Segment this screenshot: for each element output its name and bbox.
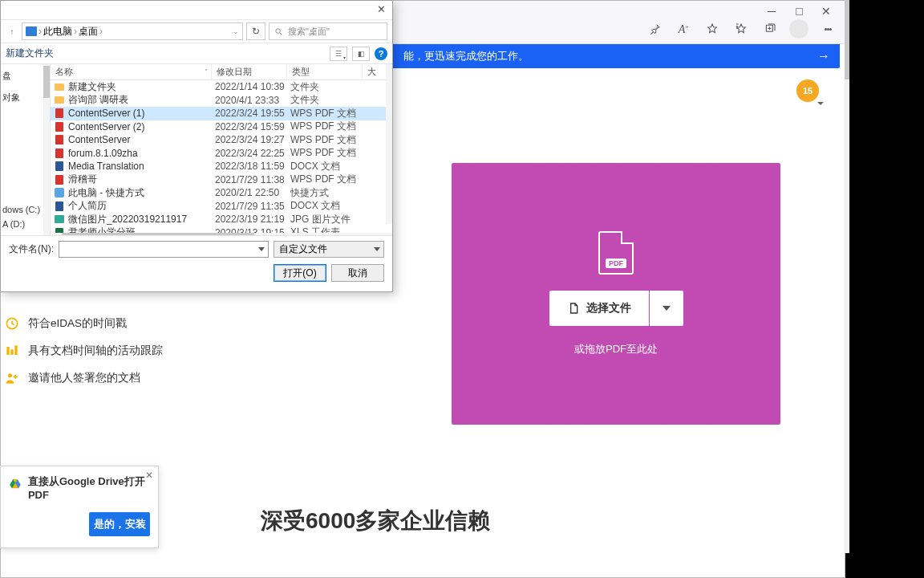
nav-up-button[interactable]: ↑ [6, 25, 18, 38]
col-date[interactable]: 修改日期 [212, 64, 287, 79]
collections-icon[interactable] [758, 17, 782, 41]
open-button[interactable]: 打开(O) [274, 264, 326, 282]
select-file-label: 选择文件 [586, 301, 631, 315]
path-folder[interactable]: 桌面 [79, 25, 98, 39]
list-headers[interactable]: 名称˄ 修改日期 类型 大 [51, 64, 392, 80]
google-drive-icon [9, 478, 22, 490]
menu-icon[interactable] [816, 17, 840, 41]
pin-icon[interactable] [642, 17, 667, 41]
file-type: WPS PDF 文档 [290, 133, 366, 147]
svg-point-5 [8, 373, 12, 377]
file-row[interactable]: 滑稽哥2021/7/29 11:38WPS PDF 文档 [51, 173, 392, 187]
help-button[interactable]: ? [375, 47, 387, 60]
file-date: 2022/3/24 22:25 [215, 148, 290, 159]
file-row[interactable]: 此电脑 - 快捷方式2020/2/1 22:50快捷方式 [51, 186, 392, 200]
sidebar-item[interactable]: dows (C:) [1, 202, 50, 217]
sort-up-icon: ˄ [205, 68, 208, 75]
file-type-icon [54, 161, 65, 172]
file-type: WPS PDF 文档 [290, 120, 366, 133]
read-aloud-icon[interactable]: A» [671, 17, 695, 41]
file-type-icon [54, 81, 65, 92]
sidebar-item[interactable]: 对象 [1, 89, 50, 106]
file-type-icon [54, 201, 65, 212]
file-type-icon [54, 121, 65, 132]
select-file-button[interactable]: 选择文件 [549, 291, 649, 326]
tracking-icon [4, 343, 20, 359]
view-mode-button[interactable]: ☰▾ [330, 47, 347, 61]
file-type: JPG 图片文件 [290, 213, 366, 226]
file-name: 新建文件夹 [68, 80, 215, 94]
file-row[interactable]: 新建文件夹2022/1/14 10:39文件夹 [51, 80, 392, 94]
svg-rect-2 [6, 347, 9, 355]
pdf-icon-label: PDF [606, 258, 626, 268]
arrow-right-icon: → [817, 49, 830, 63]
timestamp-icon [4, 315, 20, 332]
filename-label: 文件名(N): [9, 242, 54, 256]
preview-pane-button[interactable]: ◧ [352, 47, 370, 61]
svg-rect-3 [10, 349, 13, 355]
file-row[interactable]: 微信图片_202203192119172022/3/19 21:19JPG 图片… [51, 213, 392, 226]
file-type-icon [54, 148, 65, 159]
file-name: 滑稽哥 [68, 173, 215, 186]
user-badge[interactable]: 15 [796, 79, 819, 102]
popup-install-button[interactable]: 是的，安装 [89, 512, 150, 536]
select-file-dropdown-button[interactable] [650, 291, 683, 326]
search-input[interactable]: 搜索"桌面" [269, 22, 387, 40]
upload-dropzone[interactable]: PDF 选择文件 或拖放PDF至此处 [452, 163, 780, 425]
pc-icon [26, 26, 37, 36]
dialog-nav: ↑ › 此电脑 › 桌面 › ⌄ ↻ 搜索"桌面" [1, 20, 392, 43]
file-row[interactable]: Media Translation2022/3/18 11:59DOCX 文档 [51, 160, 392, 173]
pdf-file-icon: PDF [598, 231, 634, 275]
filename-input[interactable] [59, 241, 269, 258]
dialog-footer: 文件名(N): 自定义文件 打开(O) 取消 [1, 235, 392, 287]
file-date: 2020/4/1 23:33 [215, 95, 290, 106]
file-row[interactable]: 咨询部 调研表2020/4/1 23:33文件夹 [51, 94, 392, 108]
sidebar-item[interactable]: A (D:) [1, 217, 50, 231]
file-date: 2021/7/29 11:38 [215, 174, 290, 185]
col-name[interactable]: 名称 [55, 66, 73, 78]
new-folder-button[interactable]: 新建文件夹 [6, 47, 54, 60]
popup-text: 直接从Google Drive打开PDF [28, 474, 150, 501]
file-type: 文件夹 [290, 93, 366, 107]
file-name: forum.8.1.09zha [68, 148, 215, 159]
file-type-icon [54, 187, 65, 198]
refresh-button[interactable]: ↻ [246, 22, 265, 40]
list-hscrollbar[interactable]: ◀▶ [51, 233, 392, 235]
popup-close-button[interactable]: ✕ [145, 470, 153, 481]
search-placeholder: 搜索"桌面" [288, 26, 330, 38]
file-type: WPS PDF 文档 [290, 146, 366, 160]
file-name: ContentServer (2) [68, 121, 215, 132]
dialog-sidebar[interactable]: 盘 对象 dows (C:) A (D:) [1, 64, 51, 235]
dialog-toolbar: 新建文件夹 ☰▾ ◧ ? [1, 43, 392, 64]
file-row[interactable]: ContentServer (2)2022/3/24 15:59WPS PDF … [51, 120, 392, 134]
file-row[interactable]: 个人简历2021/7/29 11:35DOCX 文档 [51, 200, 392, 214]
dialog-titlebar[interactable]: ✕ [1, 1, 392, 20]
file-row[interactable]: ContentServer2022/3/24 19:27WPS PDF 文档 [51, 133, 392, 147]
svg-point-6 [276, 28, 281, 33]
file-name: 此电脑 - 快捷方式 [68, 186, 215, 200]
favorites-bar-icon[interactable] [729, 17, 753, 41]
file-date: 2022/3/24 19:55 [215, 108, 290, 119]
feature-label: 具有文档时间轴的活动跟踪 [28, 344, 163, 358]
file-name: ContentServer (1) [68, 108, 215, 119]
sidebar-item[interactable]: 盘 [1, 67, 50, 84]
file-row[interactable]: forum.8.1.09zha2022/3/24 22:25WPS PDF 文档 [51, 147, 392, 161]
path-root[interactable]: 此电脑 [43, 25, 72, 39]
file-row[interactable]: ContentServer (1)2022/3/24 19:55WPS PDF … [51, 107, 392, 120]
col-type[interactable]: 类型 [287, 64, 363, 79]
filetype-filter[interactable]: 自定义文件 [274, 241, 384, 258]
file-row[interactable]: 尹老师小学分班2020/3/13 19:15XLS 工作表 [51, 226, 392, 234]
path-breadcrumb[interactable]: › 此电脑 › 桌面 › ⌄ [22, 22, 243, 40]
profile-avatar[interactable] [787, 17, 811, 41]
file-name: 咨询部 调研表 [68, 93, 215, 107]
file-open-dialog: ✕ ↑ › 此电脑 › 桌面 › ⌄ ↻ 搜索"桌面" 新建文件夹 ☰▾ ◧ ?… [0, 0, 393, 292]
list-vscrollbar[interactable] [386, 64, 392, 224]
file-type-icon [54, 108, 65, 119]
svg-rect-4 [14, 345, 17, 355]
file-list: 名称˄ 修改日期 类型 大 新建文件夹2022/1/14 10:39文件夹咨询部… [51, 64, 392, 235]
favorite-icon[interactable] [700, 17, 724, 41]
dialog-close-button[interactable]: ✕ [373, 2, 389, 17]
sidebar-scrollbar[interactable] [43, 64, 50, 235]
cancel-button[interactable]: 取消 [331, 264, 384, 282]
page-scrollbar[interactable] [845, 0, 849, 553]
